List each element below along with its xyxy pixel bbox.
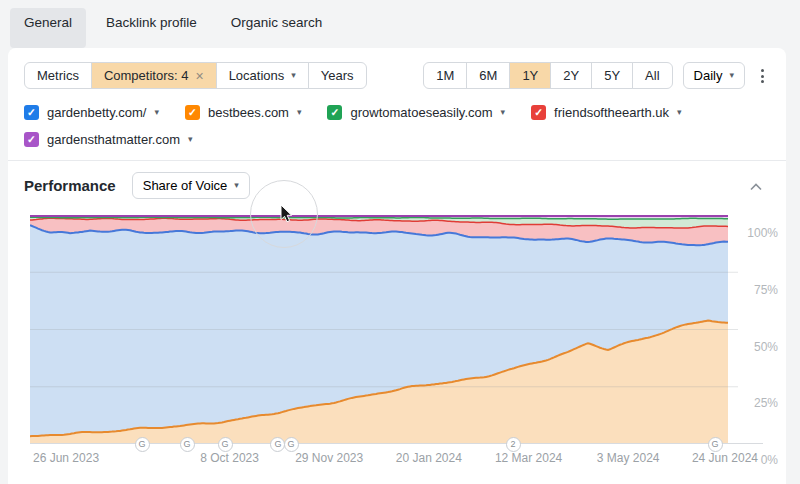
checkbox-checked-icon[interactable]: ✓ (24, 132, 39, 147)
x-axis-label: 20 Jan 2024 (396, 451, 462, 465)
legend-item-gardensthatmatter-com[interactable]: ✓gardensthatmatter.com▾ (24, 126, 193, 153)
google-update-badge[interactable]: G (135, 437, 150, 452)
legend-item-friendsoftheearth-uk[interactable]: ✓friendsoftheearth.uk▾ (531, 99, 681, 126)
y-axis-label: 25% (732, 396, 778, 410)
checkbox-checked-icon[interactable]: ✓ (531, 105, 546, 120)
chevron-down-icon: ▾ (291, 71, 296, 80)
date-range-group: 1M6M1Y2Y5YAll (423, 62, 672, 89)
legend-item-gardenbetty-com[interactable]: ✓gardenbetty.com/▾ (24, 99, 159, 126)
tab-backlink-profile[interactable]: Backlink profile (92, 8, 211, 48)
overview-card: MetricsCompetitors: 4×Locations▾Years 1M… (8, 48, 786, 484)
google-update-badge[interactable]: G (180, 437, 195, 452)
filter-label: Years (321, 68, 354, 83)
filter-label: Metrics (37, 68, 79, 83)
legend-domain-label[interactable]: friendsoftheearth.uk (554, 105, 669, 120)
google-update-badge[interactable]: G (218, 437, 233, 452)
competitor-legend: ✓gardenbetty.com/▾✓bestbees.com▾✓growtom… (8, 90, 768, 153)
range-1m[interactable]: 1M (423, 62, 467, 89)
filter-metrics[interactable]: Metrics (24, 62, 92, 89)
share-of-voice-chart[interactable]: 100%75%50%25%0%26 Jun 20238 Oct 202329 N… (8, 200, 786, 484)
granularity-dropdown[interactable]: Daily ▾ (683, 62, 745, 89)
range-1y[interactable]: 1Y (509, 62, 551, 89)
google-update-badge[interactable]: G (708, 437, 723, 452)
performance-header: Performance Share of Voice ▾ (8, 161, 786, 199)
legend-domain-label[interactable]: gardenbetty.com/ (47, 105, 146, 120)
legend-item-bestbees-com[interactable]: ✓bestbees.com▾ (185, 99, 301, 126)
filter-label: Competitors: 4 (104, 68, 189, 83)
event-badge[interactable]: 2 (506, 437, 521, 452)
collapse-section-button[interactable] (746, 173, 766, 199)
legend-item-growtomatoeseasily-com[interactable]: ✓growtomatoeseasily.com▾ (327, 99, 505, 126)
filter-years[interactable]: Years (308, 62, 367, 89)
x-axis-label: 24 Jun 2024 (692, 451, 758, 465)
range-2y[interactable]: 2Y (550, 62, 592, 89)
legend-domain-label[interactable]: growtomatoeseasily.com (350, 105, 492, 120)
range-6m[interactable]: 6M (466, 62, 510, 89)
x-axis-label: 3 May 2024 (597, 451, 660, 465)
performance-title: Performance (24, 177, 116, 194)
google-update-badge[interactable]: G (284, 437, 299, 452)
chevron-down-icon: ▾ (234, 181, 239, 190)
checkbox-checked-icon[interactable]: ✓ (24, 105, 39, 120)
y-axis-label: 50% (732, 340, 778, 354)
filter-label: Locations (229, 68, 285, 83)
chevron-up-icon (750, 183, 762, 191)
y-axis-label: 100% (732, 226, 778, 240)
legend-domain-label[interactable]: gardensthatmatter.com (47, 132, 180, 147)
tab-general[interactable]: General (10, 8, 86, 48)
kebab-menu-icon[interactable] (755, 62, 770, 90)
checkbox-checked-icon[interactable]: ✓ (327, 105, 342, 120)
x-axis-label: 8 Oct 2023 (200, 451, 259, 465)
stacked-area-plot[interactable] (30, 215, 763, 444)
legend-domain-label[interactable]: bestbees.com (208, 105, 289, 120)
chevron-down-icon[interactable]: ▾ (188, 135, 193, 144)
chevron-down-icon[interactable]: ▾ (297, 108, 302, 117)
mouse-cursor-icon (280, 205, 294, 225)
x-axis-label: 12 Mar 2024 (495, 451, 562, 465)
toolbar-right: 1M6M1Y2Y5YAll Daily ▾ (423, 62, 770, 90)
tab-organic-search[interactable]: Organic search (217, 8, 337, 48)
chevron-down-icon[interactable]: ▾ (154, 108, 159, 117)
metric-label: Share of Voice (143, 178, 228, 193)
chevron-down-icon: ▾ (729, 71, 734, 80)
toolbar: MetricsCompetitors: 4×Locations▾Years 1M… (8, 48, 786, 90)
filter-group: MetricsCompetitors: 4×Locations▾Years (24, 62, 367, 89)
range-all[interactable]: All (632, 62, 672, 89)
clear-filter-icon[interactable]: × (195, 69, 203, 83)
x-axis-label: 29 Nov 2023 (295, 451, 363, 465)
granularity-label: Daily (694, 68, 723, 83)
checkbox-checked-icon[interactable]: ✓ (185, 105, 200, 120)
top-tabs: GeneralBacklink profileOrganic search (0, 0, 800, 48)
range-5y[interactable]: 5Y (591, 62, 633, 89)
y-axis-label: 75% (732, 283, 778, 297)
filter-locations[interactable]: Locations▾ (216, 62, 309, 89)
chevron-down-icon[interactable]: ▾ (501, 108, 506, 117)
filter-competitors-4[interactable]: Competitors: 4× (91, 62, 217, 89)
chevron-down-icon[interactable]: ▾ (677, 108, 682, 117)
x-axis-label: 26 Jun 2023 (33, 451, 99, 465)
metric-dropdown[interactable]: Share of Voice ▾ (132, 172, 250, 199)
